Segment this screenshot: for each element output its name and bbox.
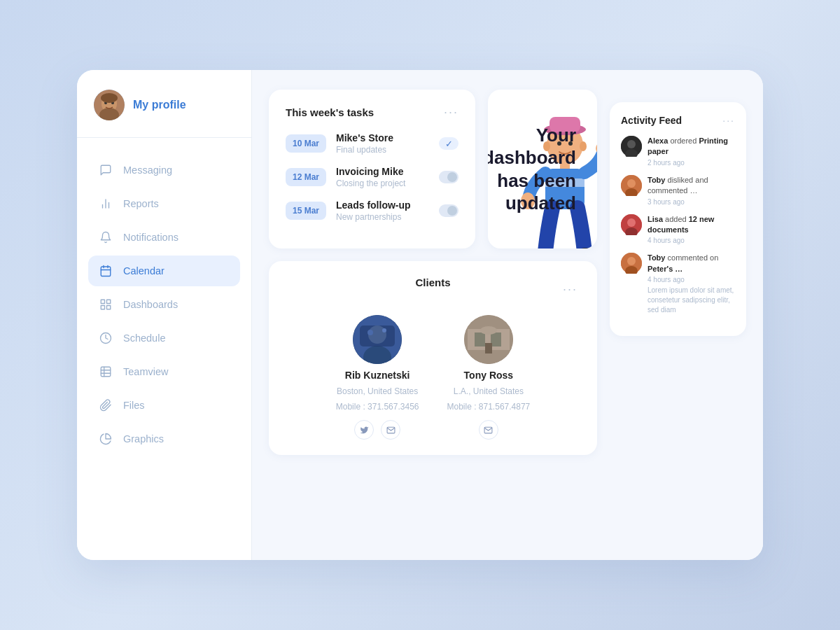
- activity-card-header: Activity Feed ···: [621, 115, 735, 126]
- activity-avatar: [621, 253, 642, 274]
- sidebar-item-dashboards[interactable]: Dashboards: [88, 289, 240, 320]
- svg-rect-15: [101, 306, 104, 309]
- svg-point-52: [627, 179, 636, 188]
- activity-text: Toby commented on Peter's …: [648, 253, 735, 274]
- task-toggle-checked[interactable]: ✓: [439, 137, 458, 150]
- client-social-icons: [354, 420, 400, 440]
- activity-user: Lisa: [648, 215, 663, 223]
- svg-rect-18: [101, 367, 111, 377]
- svg-point-58: [627, 257, 636, 265]
- task-info: Mike's Store Final updates: [336, 132, 429, 155]
- table-icon: [98, 364, 113, 379]
- task-name: Invoicing Mike: [336, 166, 429, 177]
- clients-card-header: Clients ···: [288, 276, 578, 302]
- svg-rect-47: [485, 343, 492, 354]
- calendar-icon: [98, 263, 113, 279]
- task-name: Mike's Store: [336, 132, 429, 144]
- client-card: Rib Kuznetski Boston, United States Mobi…: [336, 315, 419, 440]
- tasks-title: This week's tasks: [286, 106, 374, 118]
- client-avatar: [464, 315, 513, 364]
- svg-rect-44: [475, 332, 485, 346]
- profile-section[interactable]: My profile: [77, 70, 251, 138]
- pie-icon: [98, 431, 113, 447]
- activity-text: Alexa ordered Printing paper: [648, 136, 735, 158]
- checkmark-icon: ✓: [445, 139, 453, 149]
- task-toggle[interactable]: [439, 171, 458, 183]
- client-location: Boston, United States: [337, 386, 418, 396]
- client-mobile: Mobile : 871.567.4877: [447, 402, 531, 412]
- activity-item: Toby disliked and commented … 3 hours ag…: [621, 175, 735, 206]
- activity-card: Activity Feed ··· Alexa ordered Printing…: [610, 102, 746, 336]
- bell-icon: [98, 230, 113, 245]
- hero-text: Your dashboard has been updated: [488, 124, 576, 215]
- sidebar: My profile Messaging Reports: [77, 70, 252, 560]
- sidebar-item-messaging[interactable]: Messaging: [88, 155, 240, 186]
- activity-avatar: [621, 136, 642, 157]
- sidebar-item-notifications[interactable]: Notifications: [88, 222, 240, 253]
- sidebar-item-label: Dashboards: [123, 299, 178, 310]
- client-avatar: [353, 315, 402, 364]
- toggle-dot: [447, 172, 457, 182]
- sidebar-item-graphics[interactable]: Graphics: [88, 424, 240, 454]
- activity-time: 4 hours ago: [648, 237, 735, 244]
- activity-item: Lisa added 12 new documents 4 hours ago: [621, 214, 735, 245]
- sidebar-item-reports[interactable]: Reports: [88, 188, 240, 219]
- activity-time: 3 hours ago: [648, 198, 735, 206]
- svg-rect-45: [491, 332, 501, 346]
- activity-user: Alexa: [648, 136, 668, 145]
- clients-title: Clients: [385, 276, 482, 288]
- email-icon-button[interactable]: [479, 420, 498, 440]
- activity-text: Toby disliked and commented …: [648, 175, 735, 197]
- app-container: My profile Messaging Reports: [77, 70, 763, 560]
- activity-user: Toby: [648, 253, 665, 262]
- client-location: L.A., United States: [454, 386, 524, 396]
- svg-point-49: [627, 140, 636, 148]
- activity-content: Alexa ordered Printing paper 2 hours ago: [648, 136, 735, 167]
- svg-rect-39: [360, 326, 395, 346]
- svg-point-41: [382, 328, 386, 332]
- activity-extra: Lorem ipsum dolor sit amet, consetetur s…: [648, 286, 735, 315]
- clients-grid: Rib Kuznetski Boston, United States Mobi…: [288, 315, 578, 440]
- task-date: 12 Mar: [286, 168, 326, 186]
- profile-name: My profile: [133, 99, 186, 111]
- sidebar-item-label: Calendar: [123, 265, 164, 276]
- client-mobile: Mobile : 371.567.3456: [336, 402, 419, 412]
- clock-icon: [98, 330, 113, 346]
- tasks-dots-menu[interactable]: ···: [444, 105, 458, 120]
- activity-time: 4 hours ago: [648, 276, 735, 284]
- task-info: Invoicing Mike Closing the project: [336, 166, 429, 188]
- bottom-row: Clients ···: [269, 261, 597, 455]
- sidebar-item-teamview[interactable]: Teamview: [88, 356, 240, 387]
- sidebar-item-calendar[interactable]: Calendar: [88, 255, 240, 286]
- sidebar-item-label: Messaging: [123, 164, 172, 176]
- email-icon-button[interactable]: [381, 420, 400, 440]
- clients-card: Clients ···: [269, 261, 597, 455]
- svg-point-46: [480, 326, 497, 335]
- activity-object: Peter's …: [648, 265, 682, 273]
- svg-rect-9: [101, 267, 111, 276]
- sidebar-item-schedule[interactable]: Schedule: [88, 323, 240, 354]
- activity-item: Alexa ordered Printing paper 2 hours ago: [621, 136, 735, 167]
- activity-dots-menu[interactable]: ···: [722, 115, 735, 126]
- task-sub: New partnerships: [336, 212, 429, 222]
- activity-title: Activity Feed: [621, 115, 682, 126]
- client-name: Tony Ross: [464, 370, 514, 381]
- activity-avatar: [621, 214, 642, 235]
- clients-dots-menu[interactable]: ···: [481, 282, 578, 297]
- task-date: 15 Mar: [286, 202, 326, 220]
- task-sub: Final updates: [336, 145, 429, 155]
- sidebar-item-label: Schedule: [123, 332, 165, 344]
- task-info: Leads follow-up New partnerships: [336, 200, 429, 222]
- activity-content: Lisa added 12 new documents 4 hours ago: [648, 214, 735, 245]
- twitter-icon-button[interactable]: [354, 420, 374, 440]
- svg-point-55: [627, 218, 636, 227]
- messaging-icon: [98, 162, 113, 178]
- task-sub: Closing the project: [336, 178, 429, 188]
- task-date: 10 Mar: [286, 134, 326, 153]
- task-toggle[interactable]: [439, 204, 458, 217]
- sidebar-item-files[interactable]: Files: [88, 390, 240, 421]
- hero-title: Your dashboard has been updated: [488, 124, 576, 215]
- avatar: [94, 90, 125, 120]
- svg-rect-13: [101, 300, 104, 303]
- center-column: This week's tasks ··· 10 Mar Mike's Stor…: [269, 90, 597, 540]
